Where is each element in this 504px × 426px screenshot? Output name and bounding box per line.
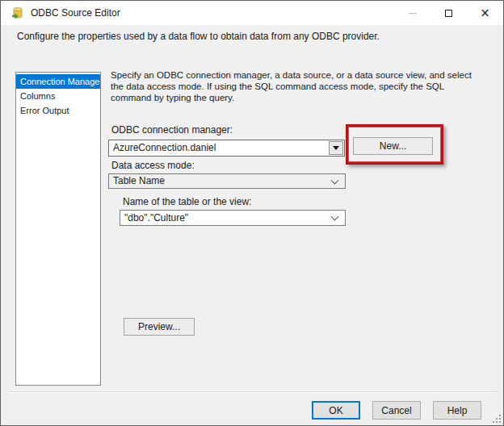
footer-separator xyxy=(9,391,497,393)
page-list: Connection Manager Columns Error Output xyxy=(15,72,101,386)
maximize-icon xyxy=(445,10,452,17)
dialog-description: Configure the properties used by a data … xyxy=(17,31,380,42)
window-controls: × xyxy=(394,1,503,25)
odbc-source-editor-dialog: ODBC Source Editor × Configure the prope… xyxy=(0,0,504,426)
chevron-down-icon xyxy=(331,213,339,221)
minimize-icon xyxy=(409,13,417,14)
data-access-mode-label: Data access mode: xyxy=(111,160,195,171)
intro-line: the data access mode. If using the SQL c… xyxy=(111,81,472,92)
dropdown-arrow-icon xyxy=(333,146,339,150)
dropdown-arrow-button[interactable] xyxy=(329,141,343,155)
data-access-mode-combobox[interactable]: Table Name xyxy=(108,173,346,189)
preview-button[interactable]: Preview... xyxy=(124,318,195,336)
intro-text: Specify an ODBC connection manager, a da… xyxy=(111,69,472,103)
title-bar[interactable]: ODBC Source Editor × xyxy=(1,1,503,25)
connection-manager-value: AzureConnection.daniel xyxy=(113,142,216,153)
chevron-down-icon xyxy=(331,176,339,184)
table-name-combobox[interactable]: "dbo"."Culture" xyxy=(120,210,346,226)
data-access-mode-value: Table Name xyxy=(113,175,165,186)
sidebar-item-connection-manager[interactable]: Connection Manager xyxy=(16,74,100,89)
odbc-source-icon xyxy=(11,6,24,19)
table-name-value: "dbo"."Culture" xyxy=(124,212,188,223)
help-button[interactable]: Help xyxy=(433,401,481,420)
resize-grip[interactable] xyxy=(490,412,501,423)
connection-manager-label: ODBC connection manager: xyxy=(111,124,233,136)
close-icon: × xyxy=(480,7,490,19)
ok-button[interactable]: OK xyxy=(312,401,360,420)
connection-manager-combobox[interactable]: AzureConnection.daniel xyxy=(108,140,345,157)
annotation-rectangle xyxy=(346,124,443,165)
maximize-button[interactable] xyxy=(430,1,467,25)
close-button[interactable]: × xyxy=(467,1,503,25)
sidebar-item-error-output[interactable]: Error Output xyxy=(16,103,100,118)
cancel-button[interactable]: Cancel xyxy=(372,401,421,420)
sidebar-item-columns[interactable]: Columns xyxy=(16,89,100,103)
intro-line: Specify an ODBC connection manager, a da… xyxy=(111,69,472,81)
intro-line: command by typing the query. xyxy=(111,92,472,103)
table-name-label: Name of the table or the view: xyxy=(123,196,251,207)
minimize-button xyxy=(394,1,430,25)
window-title: ODBC Source Editor xyxy=(31,7,120,19)
